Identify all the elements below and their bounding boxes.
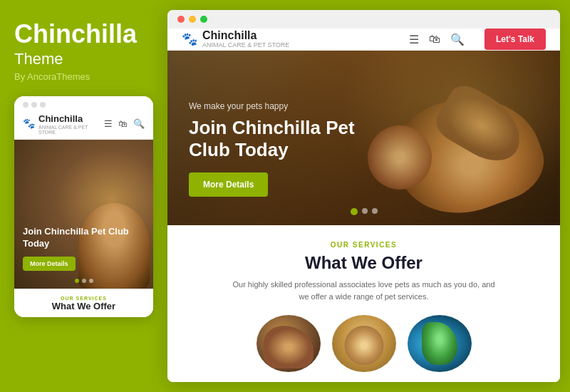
service-card-dog[interactable] bbox=[256, 315, 321, 372]
desktop-menu-icon[interactable]: ☰ bbox=[409, 33, 419, 46]
mobile-nav-icons: ☰ 🛍 🔍 bbox=[104, 118, 145, 129]
mobile-slide-dot-3[interactable] bbox=[89, 279, 93, 283]
left-title: Chinchilla bbox=[14, 21, 153, 47]
desktop-brand-name: Chinchilla bbox=[202, 30, 289, 41]
mobile-dots bbox=[23, 102, 46, 108]
mobile-navbar: 🐾 Chinchilla ANIMAL CARE & PET STORE ☰ 🛍… bbox=[14, 108, 153, 140]
desktop-services: OUR SERVICES What We Offer Our highly sk… bbox=[167, 225, 560, 382]
desktop-navbar: 🐾 Chinchilla ANIMAL CARE & PET STORE ☰ 🛍… bbox=[167, 29, 560, 51]
mobile-hero-content: Join Chinchilla Pet Club Today More Deta… bbox=[23, 226, 153, 271]
left-by: By AncoraThemes bbox=[14, 71, 153, 82]
menu-icon[interactable]: ☰ bbox=[104, 118, 113, 129]
desktop-brand: 🐾 Chinchilla ANIMAL CARE & PET STORE bbox=[182, 30, 409, 49]
search-icon[interactable]: 🔍 bbox=[133, 118, 145, 129]
browser-dot-close[interactable] bbox=[177, 16, 185, 23]
mobile-hero-button[interactable]: More Details bbox=[23, 257, 76, 271]
mobile-services: OUR SERVICES What We Offer bbox=[14, 289, 153, 317]
paw-icon: 🐾 bbox=[23, 118, 35, 129]
service-card-cat[interactable] bbox=[332, 315, 396, 372]
mobile-brand-name: Chinchilla bbox=[38, 113, 83, 124]
desktop-hero-heading: Join Chinchilla Pet Club Today bbox=[189, 117, 388, 161]
desktop-browser: 🐾 Chinchilla ANIMAL CARE & PET STORE ☰ 🛍… bbox=[167, 10, 560, 382]
dog-card-image bbox=[264, 326, 314, 368]
services-label: OUR SERVICES bbox=[182, 241, 546, 249]
desktop-search-icon[interactable]: 🔍 bbox=[450, 33, 465, 46]
mobile-services-title: What We Offer bbox=[23, 301, 145, 311]
services-cards bbox=[182, 315, 546, 372]
services-title: What We Offer bbox=[182, 253, 546, 273]
bird-card-image bbox=[422, 322, 457, 365]
mobile-dot-1 bbox=[23, 102, 28, 108]
desktop-brand-tagline: ANIMAL CARE & PET STORE bbox=[202, 41, 289, 49]
browser-dot-minimize[interactable] bbox=[189, 16, 196, 23]
services-description: Our highly skilled professional associat… bbox=[229, 279, 499, 302]
desktop-bag-icon[interactable]: 🛍 bbox=[429, 33, 440, 46]
mobile-slide-dots bbox=[75, 279, 93, 283]
browser-dot-maximize[interactable] bbox=[200, 16, 207, 23]
mobile-services-label: OUR SERVICES bbox=[23, 296, 145, 301]
desktop-cta-button[interactable]: Let's Talk bbox=[484, 29, 546, 50]
left-panel: Chinchilla Theme By AncoraThemes 🐾 Chinc… bbox=[0, 0, 167, 392]
desktop-brand-text: Chinchilla ANIMAL CARE & PET STORE bbox=[202, 30, 289, 49]
desktop-slide-dots bbox=[351, 208, 378, 215]
cat-card-image bbox=[344, 326, 383, 365]
desktop-hero-button[interactable]: More Details bbox=[189, 172, 268, 197]
desktop-nav-icons: ☰ 🛍 🔍 Let's Talk bbox=[409, 29, 546, 50]
desktop-hero: We make your pets happy Join Chinchilla … bbox=[167, 51, 560, 225]
mobile-mockup: 🐾 Chinchilla ANIMAL CARE & PET STORE ☰ 🛍… bbox=[14, 96, 153, 317]
desktop-hero-content: We make your pets happy Join Chinchilla … bbox=[189, 101, 388, 197]
desktop-hero-tagline: We make your pets happy bbox=[189, 101, 388, 111]
mobile-brand-tagline: ANIMAL CARE & PET STORE bbox=[38, 125, 104, 135]
mobile-brand: 🐾 Chinchilla ANIMAL CARE & PET STORE bbox=[23, 112, 104, 135]
browser-titlebar bbox=[167, 10, 560, 29]
left-subtitle: Theme bbox=[14, 50, 153, 68]
mobile-slide-dot-1[interactable] bbox=[75, 279, 79, 283]
desktop-paw-icon: 🐾 bbox=[182, 31, 197, 47]
mobile-dot-3 bbox=[40, 102, 46, 108]
desktop-slide-dot-2[interactable] bbox=[362, 208, 368, 214]
mobile-titlebar bbox=[14, 96, 153, 108]
mobile-hero: Join Chinchilla Pet Club Today More Deta… bbox=[14, 140, 153, 289]
service-card-bird[interactable] bbox=[408, 315, 472, 372]
desktop-slide-dot-3[interactable] bbox=[372, 208, 378, 214]
mobile-dot-2 bbox=[31, 102, 37, 108]
bag-icon[interactable]: 🛍 bbox=[118, 118, 128, 129]
mobile-hero-heading: Join Chinchilla Pet Club Today bbox=[23, 226, 153, 250]
mobile-slide-dot-2[interactable] bbox=[82, 279, 86, 283]
desktop-slide-dot-1[interactable] bbox=[351, 208, 358, 215]
